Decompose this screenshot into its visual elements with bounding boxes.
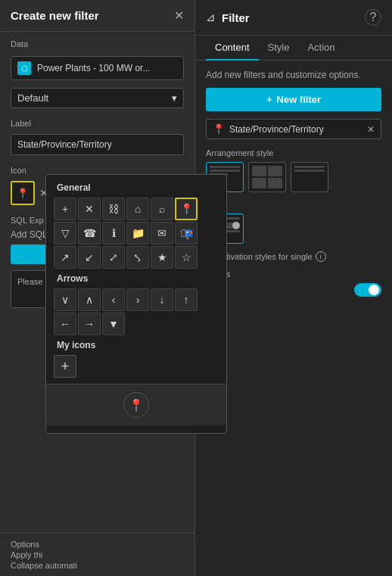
right-description: Add new filters and customize options. [206,70,381,80]
right-tabs: Content Style Action [195,36,392,61]
collapse-label: Collapse automati [11,561,184,570]
toggle-knob-1 [232,222,240,229]
label-input[interactable]: State/Province/Territory [11,134,184,155]
icon-btn-pin[interactable]: 📍 [175,198,198,220]
add-icon-button[interactable]: + [54,355,76,378]
arr-line-a [294,166,325,168]
new-filter-button[interactable]: + New filter [206,88,381,111]
toggle-switch-knob [369,285,379,295]
icon-btn-mailbox[interactable]: 📭 [175,222,198,244]
selected-icon: 📍 [17,188,29,199]
arrows-grid: ∨ ∧ ‹ › ↓ ↑ ← → ▼ [46,288,226,335]
arr-line-1 [210,166,240,168]
arrangement-label: Arrangement style [206,148,381,157]
data-source-row[interactable]: ⬡ Power Plants - 100 MW or... [11,56,184,80]
footer-icon: 📍 [123,392,149,418]
icon-btn-arrow-right[interactable]: → [78,313,101,335]
icon-btn-home[interactable]: ⌂ [126,198,149,220]
icon-picker: General + ✕ ⛓ ⌂ ⌕ 📍 ▽ ☎ ℹ 📁 ✉ 📭 ↗ ↙ ⤢ ⤣ … [45,174,227,434]
icon-btn-plus[interactable]: + [54,198,76,220]
arrangement-option-2[interactable] [248,162,286,192]
options-label: Options [11,540,184,549]
filter-header-icon: ⊿ [206,11,216,24]
arrangement-options [206,162,381,192]
picker-footer: 📍 [46,384,226,425]
create-filter-panel: Create new filter ✕ Data ⬡ Power Plants … [0,0,195,576]
filter-chip-close-button[interactable]: ✕ [367,124,375,135]
my-icons-title: My icons [46,335,226,355]
icon-btn-phone[interactable]: ☎ [78,222,101,244]
icon-btn-star-filled[interactable]: ★ [151,246,173,269]
style-section-label: style [206,200,381,209]
icon-selected-box[interactable]: 📍 [11,181,35,205]
arrangement-option-3[interactable] [291,162,328,192]
tab-style[interactable]: Style [259,36,299,61]
filter-chip: 📍 State/Province/Territory ✕ [206,119,381,139]
help-button[interactable]: ? [365,9,381,26]
icon-btn-chevron-left[interactable]: ‹ [102,288,125,311]
filter-chip-text: State/Province/Territory [229,124,362,135]
icon-btn-mail[interactable]: ✉ [151,222,173,244]
icon-btn-link[interactable]: ⛓ [102,198,125,220]
tab-content[interactable]: Content [206,36,259,61]
label-section-label: Label [0,111,194,131]
info-icon[interactable]: i [316,251,326,262]
dropdown-value: Default [17,92,48,104]
data-dropdown[interactable]: Default ▾ [11,88,184,108]
tools-row: ilters [206,283,381,297]
icon-btn-search[interactable]: ⌕ [151,198,173,220]
icon-btn-info[interactable]: ℹ [102,222,125,244]
panel-title: Create new filter [11,9,99,22]
icon-btn-arrow-down[interactable]: ↓ [151,288,173,311]
right-panel-title: Filter [222,11,250,24]
tab-action[interactable]: Action [298,36,344,61]
arr-cell-3 [252,178,266,188]
new-filter-label: New filter [277,94,322,105]
arr-line-2 [210,170,240,172]
arr-cell-4 [268,178,282,188]
icon-btn-folder[interactable]: 📁 [126,222,149,244]
icon-btn-star-outline[interactable]: ☆ [175,246,198,269]
data-source-name: Power Plants - 100 MW or... [37,63,177,73]
icon-btn-arrow-up[interactable]: ↑ [175,288,198,311]
panel-header: Create new filter ✕ [0,0,194,32]
icon-btn-share2[interactable]: ↙ [78,246,101,269]
arr-cell-2 [268,166,282,176]
toggle-switch[interactable] [354,283,381,297]
right-panel-header: ⊿ Filter ? [195,0,392,36]
general-icons-grid: + ✕ ⛓ ⌂ ⌕ 📍 ▽ ☎ ℹ 📁 ✉ 📭 ↗ ↙ ⤢ ⤣ ★ ☆ [46,198,226,269]
new-filter-plus-icon: + [266,94,272,105]
icon-btn-chevron-right[interactable]: › [126,288,149,311]
icon-btn-x[interactable]: ✕ [78,198,101,220]
style-options [206,213,381,244]
icon-btn-arrow-down-filled[interactable]: ▼ [102,313,125,335]
arrows-section-title: Arrows [46,269,226,288]
icon-btn-share3[interactable]: ⤢ [102,246,125,269]
arr-line-b [294,170,325,172]
data-section-label: Data [0,32,194,51]
data-source-icon: ⬡ [17,61,31,75]
right-header-left: ⊿ Filter [206,11,250,24]
arr-cell-1 [252,166,266,176]
general-section-title: General [46,175,226,198]
tools-section-label: d tools [206,269,381,279]
bottom-section: Options Apply thi Collapse automati [0,533,194,576]
icon-btn-chevron-up[interactable]: ∧ [78,288,101,311]
dropdown-arrow-icon: ▾ [172,92,177,104]
icon-btn-chevron-down[interactable]: ∨ [54,288,76,311]
apply-label: Apply thi [11,550,184,559]
icon-btn-arrow-left[interactable]: ← [54,313,76,335]
icon-btn-share4[interactable]: ⤣ [126,246,149,269]
icon-btn-filter[interactable]: ▽ [54,222,76,244]
icon-btn-share[interactable]: ↗ [54,246,76,269]
activation-description: de activation styles for single i [206,251,381,262]
close-button[interactable]: ✕ [174,10,184,22]
filter-chip-icon: 📍 [213,123,225,135]
